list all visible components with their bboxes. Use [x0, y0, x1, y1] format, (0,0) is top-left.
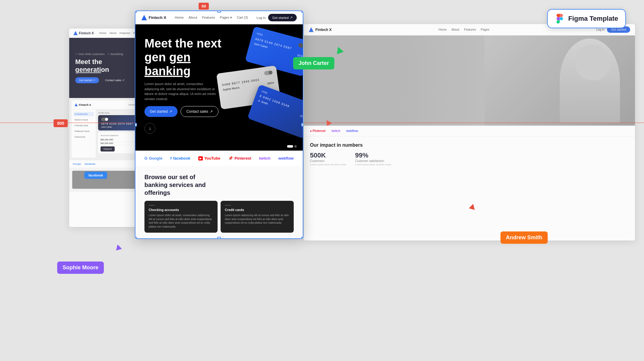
- frame-right-hero: [304, 35, 635, 126]
- logo-youtube: ▶ YouTube: [198, 156, 221, 161]
- facebook-badge-left: facebook: [84, 172, 107, 179]
- hero-primary-btn[interactable]: Get started ↗: [144, 106, 178, 117]
- main-hero: Meet the next gen gen banking Lorem ipsu…: [135, 24, 303, 151]
- dimension-label-800: 800: [54, 119, 68, 127]
- services-title: Browse our set of banking services and o…: [144, 173, 211, 197]
- frame-right-logos: ● Pinterest twitch webflow: [304, 126, 635, 136]
- learn-more-btn-left[interactable]: Contact sales ↗: [101, 77, 128, 83]
- get-started-btn-left[interactable]: Get started ↗: [75, 77, 99, 83]
- handle-ml[interactable]: [135, 123, 137, 127]
- logo-facebook: f facebook: [170, 156, 190, 161]
- service-card-credit: Credit cards Lorem ipsum adipiscing elit…: [221, 201, 294, 233]
- services-section: Browse our set of banking services and o…: [135, 166, 303, 239]
- figma-badge: Figma Template: [547, 9, 626, 28]
- main-nav: Fintech X Home About Features Pages ▾ Ca…: [135, 11, 303, 24]
- handle-bc[interactable]: [217, 237, 221, 239]
- handle-tl[interactable]: [135, 11, 137, 13]
- hero-dots: [287, 145, 297, 148]
- main-logo-icon: [141, 15, 147, 20]
- sophie-moore-tooltip: Sophie Moore: [57, 262, 104, 274]
- logo-webflow: webflow: [278, 156, 294, 161]
- frame-main[interactable]: Fintech X Home About Features Pages ▾ Ca…: [135, 11, 303, 239]
- logo-google: G Google: [144, 156, 163, 161]
- hero-description: Lorem ipsum dolor sit amet, consectetur …: [144, 81, 217, 101]
- main-nav-actions: Log in Get started ↗: [257, 14, 297, 21]
- figma-icon: [555, 14, 565, 23]
- scroll-down-btn[interactable]: ↓: [144, 123, 155, 134]
- dimension-label-60: 60: [199, 3, 209, 10]
- logos-section: G Google f facebook ▶ YouTube 📌 Pinteres…: [135, 151, 303, 166]
- frame-right-impact: Our impact in numbers 500K Customers Lor…: [304, 136, 635, 172]
- john-carter-tooltip: John Carter: [293, 57, 334, 69]
- logo-icon-left: [73, 31, 78, 35]
- hero-buttons: Get started ↗ Contact sales ↗: [144, 106, 294, 117]
- logo-twitch: twitch: [259, 156, 271, 161]
- handle-tc[interactable]: [217, 11, 221, 13]
- hero-image-right: [485, 35, 635, 126]
- main-nav-links: Home About Features Pages ▾ Cart (3): [175, 16, 248, 20]
- hero-secondary-btn[interactable]: Contact sales ↗: [181, 106, 218, 117]
- handle-mr[interactable]: [301, 123, 303, 127]
- andrew-smith-tooltip: Andrew Smith: [500, 231, 548, 244]
- impact-stat-customers: 500K Customers Lorem ipsum dolor sit ame…: [310, 151, 346, 166]
- hero-headline: Meet the next gen gen banking: [144, 36, 235, 78]
- impact-stat-satisfaction: 99% Customer satisfaction Lorem ipsum do…: [355, 151, 391, 166]
- frame-left-logo: Fintech X: [73, 31, 94, 35]
- get-started-btn[interactable]: Get started ↗: [268, 14, 297, 21]
- logo-pinterest: 📌 Pinterest: [228, 156, 251, 161]
- deposit-button[interactable]: Deposit: [101, 146, 115, 151]
- login-btn[interactable]: Log in: [257, 16, 266, 20]
- service-card-checking: Checking accounts Lorem ipsum dolor sit …: [144, 201, 218, 233]
- impact-stats: 500K Customers Lorem ipsum dolor sit ame…: [310, 151, 629, 166]
- services-cards: Checking accounts Lorem ipsum dolor sit …: [144, 201, 294, 233]
- dashboard-sidebar: Investments Need a fund Friends fund Pla…: [72, 109, 96, 158]
- figma-badge-text: Figma Template: [568, 15, 618, 23]
- main-logo: Fintech X: [141, 15, 166, 20]
- guide-line-horizontal: [0, 123, 644, 123]
